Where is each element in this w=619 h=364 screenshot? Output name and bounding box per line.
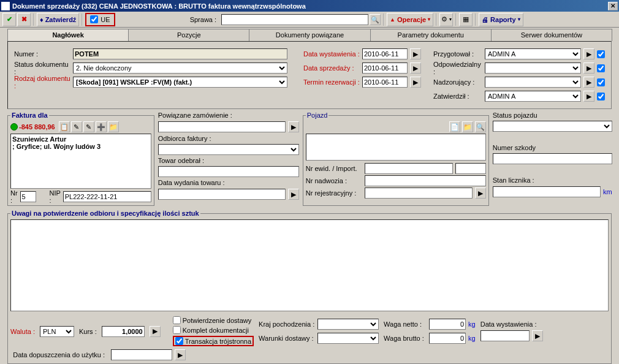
add-icon[interactable]: ➕ — [96, 121, 107, 132]
datawys2-input[interactable] — [480, 330, 530, 341]
nadz-label: Nadzorujący : — [433, 78, 482, 86]
wagan-label: Waga netto : — [384, 320, 427, 328]
termin-input[interactable] — [362, 77, 408, 88]
nrnadw-input[interactable] — [365, 175, 486, 186]
arrow-right-icon[interactable]: ▶ — [532, 330, 543, 341]
status-label: Status dokumentu : — [14, 61, 70, 75]
arrow-right-icon[interactable]: ▶ — [150, 326, 161, 337]
odp-check[interactable] — [597, 64, 605, 72]
arrow-right-icon[interactable]: ▶ — [583, 91, 594, 102]
potw-check[interactable] — [173, 316, 181, 324]
komplet-check[interactable] — [173, 326, 181, 334]
licznik-label: Stan licznika : — [493, 176, 612, 184]
zatwierdz-button[interactable]: ♦ Zatwierdź — [37, 13, 79, 26]
kraj-select[interactable] — [317, 319, 379, 330]
datawys-input[interactable] — [362, 48, 408, 59]
arrow-right-icon[interactable]: ▶ — [583, 63, 594, 74]
kg-label2: kg — [468, 335, 476, 342]
tab-dokpow[interactable]: Dokumenty powiązane — [249, 29, 370, 41]
folder-icon[interactable]: 📁 — [108, 121, 119, 132]
nrewid-input[interactable] — [365, 163, 453, 174]
nadz-check[interactable] — [597, 78, 605, 86]
status-dot-icon — [10, 123, 18, 131]
nrrej-label: Nr rejestracyjny : — [306, 189, 362, 197]
odp-select[interactable] — [485, 63, 581, 74]
faktura-legend: Faktura dla — [10, 112, 49, 119]
powzam-input[interactable] — [158, 121, 286, 132]
tab-naglowek[interactable]: Nagłówek — [7, 29, 129, 41]
import-input[interactable] — [455, 163, 486, 174]
licznik-input[interactable] — [493, 186, 601, 197]
sprawa-input[interactable] — [221, 14, 368, 25]
arrow-right-icon[interactable]: ▶ — [288, 189, 299, 200]
cancel-button[interactable]: ✖ — [17, 13, 31, 26]
arrow-right-icon[interactable]: ▶ — [410, 63, 421, 74]
uwagi-fieldset: Uwagi na potwierdzenie odbioru i specyfi… — [7, 210, 612, 364]
trans-check[interactable] — [175, 337, 183, 345]
datadop-label: Data dopuszczenia do użytku : — [10, 351, 108, 358]
search-icon[interactable]: 🔍 — [370, 14, 381, 25]
folder-icon[interactable]: 📁 — [462, 121, 473, 132]
nrrej-input[interactable] — [365, 188, 473, 199]
wagab-input[interactable] — [429, 333, 466, 344]
statuspoj-label: Status pojazdu — [493, 112, 612, 119]
datasprz-input[interactable] — [362, 63, 408, 74]
arrow-right-icon[interactable]: ▶ — [410, 48, 421, 59]
przyg-select[interactable]: ADMIN A — [485, 48, 581, 59]
zatw-select[interactable]: ADMIN A — [485, 91, 581, 102]
datawyd-input[interactable] — [158, 189, 286, 200]
przyg-check[interactable] — [597, 50, 605, 58]
waluta-select[interactable]: PLN — [40, 326, 74, 337]
ok-button[interactable]: ✔ — [2, 13, 16, 26]
close-icon[interactable]: ✕ — [608, 2, 618, 10]
kurs-input[interactable] — [102, 326, 145, 337]
window-title: Dokument sprzedaży (332) CENA JEDNOSTKOW… — [12, 2, 608, 10]
uwagi-legend: Uwagi na potwierdzenie odbioru i specyfi… — [10, 210, 200, 217]
nip-input[interactable] — [63, 191, 151, 202]
datadop-input[interactable] — [111, 349, 172, 360]
rodzaj-label: Rodzaj dokumentu : — [14, 75, 70, 89]
fakt-nr-label: Nr : — [10, 189, 18, 204]
paste-icon[interactable]: 📋 — [59, 121, 70, 132]
nadz-select[interactable] — [485, 77, 581, 88]
operacje-button[interactable]: ▲ Operacje ▾ — [387, 13, 433, 26]
ue-checkbox-box: UE — [85, 13, 115, 26]
uwagi-textarea[interactable] — [10, 219, 609, 311]
rodzaj-select[interactable]: [Skoda] [091] WSKLEP :FV(M) (fakt.) — [73, 77, 287, 88]
status-select[interactable]: 2. Nie dokonczony — [73, 63, 287, 74]
search-icon[interactable]: 🔍 — [475, 121, 486, 132]
grid-icon[interactable]: ▦ — [459, 13, 473, 26]
wagab-label: Waga brutto : — [384, 335, 427, 342]
tab-pozycje[interactable]: Pozycje — [128, 29, 249, 41]
powzam-label: Powiązane zamówienie : — [158, 112, 299, 119]
odb-select[interactable] — [158, 144, 299, 155]
numer-input[interactable] — [73, 48, 287, 59]
tab-serwer[interactable]: Serwer dokumentów — [491, 29, 612, 41]
arrow-right-icon[interactable]: ▶ — [175, 349, 186, 360]
km-label: km — [603, 188, 612, 195]
titlebar: Dokument sprzedaży (332) CENA JEDNOSTKOW… — [0, 0, 619, 12]
edit-icon[interactable]: ✎ — [71, 121, 82, 132]
warunki-select[interactable] — [317, 333, 379, 344]
wagan-input[interactable] — [429, 319, 466, 330]
datasprz-label: Data sprzedaży : — [303, 64, 360, 72]
statuspoj-select[interactable] — [493, 121, 612, 132]
tab-param[interactable]: Parametry dokumentu — [370, 29, 492, 41]
zatw-check[interactable] — [597, 93, 605, 100]
arrow-right-icon[interactable]: ▶ — [583, 77, 594, 88]
note-icon[interactable]: ✎ — [83, 121, 94, 132]
arrow-right-icon[interactable]: ▶ — [288, 121, 299, 132]
raporty-button[interactable]: 🖨 Raporty ▾ — [479, 13, 523, 26]
arrow-right-icon[interactable]: ▶ — [583, 48, 594, 59]
odp-label: Odpowiedzialny : — [433, 61, 482, 75]
komplet-label: Komplet dokumentacji — [183, 327, 249, 334]
arrow-right-icon[interactable]: ▶ — [410, 77, 421, 88]
pojazd-fieldset: Pojazd 📄 📁 🔍 Nr ewid. / Import. Nr nadwo… — [303, 112, 489, 206]
szkoda-input[interactable] — [493, 153, 612, 164]
gear-icon[interactable]: ⚙▾ — [439, 13, 453, 26]
ue-checkbox[interactable] — [90, 15, 98, 23]
towar-input[interactable] — [158, 166, 299, 177]
doc-icon[interactable]: 📄 — [449, 121, 460, 132]
fakt-nr-input[interactable] — [20, 191, 36, 202]
arrow-right-icon[interactable]: ▶ — [475, 188, 486, 199]
